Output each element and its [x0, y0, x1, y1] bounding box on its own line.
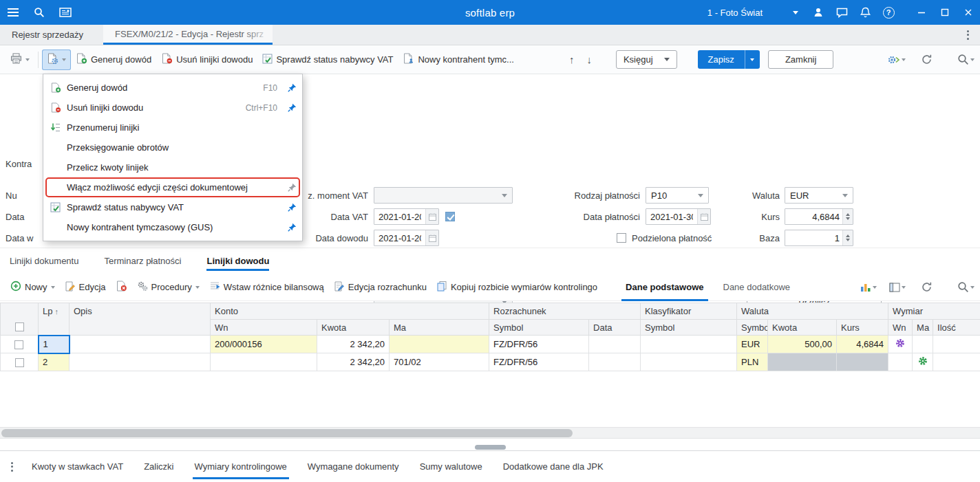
generate-document-button[interactable]: Generuj dowód: [71, 50, 156, 70]
header-group-konto[interactable]: Konto: [211, 303, 489, 320]
data-vat-field[interactable]: [374, 208, 439, 225]
cell-konto-wn[interactable]: [211, 353, 317, 371]
header-opis[interactable]: Opis: [70, 303, 211, 336]
delete-row-button[interactable]: [111, 277, 132, 298]
cell-konto-wn[interactable]: 200/000156: [211, 336, 317, 353]
cell-lp[interactable]: 1: [39, 336, 70, 353]
spinner-icon[interactable]: [842, 230, 853, 245]
header-wal-kwota[interactable]: Kwota: [768, 320, 837, 336]
hamburger-menu-icon[interactable]: [0, 0, 26, 25]
ksieguj-button[interactable]: Księguj: [616, 50, 677, 69]
splitter-handle[interactable]: [475, 445, 506, 450]
header-group-rozrachunek[interactable]: Rozrachunek: [489, 303, 641, 320]
moment-vat-select[interactable]: [374, 187, 513, 204]
menu-item-generuj-dowod[interactable]: Generuj dowód F10: [43, 78, 302, 98]
chat-icon[interactable]: [830, 0, 853, 25]
pin-icon[interactable]: [284, 103, 297, 112]
cell-roz-symbol[interactable]: FZ/DFR/56: [489, 353, 589, 371]
kurs-field[interactable]: [785, 208, 853, 225]
row-checkbox[interactable]: [15, 358, 24, 367]
header-konto-wn[interactable]: Wn: [211, 320, 317, 336]
row-select-cell[interactable]: [1, 353, 39, 371]
cell-wal-symbol[interactable]: EUR: [737, 336, 768, 353]
cell-opis[interactable]: [70, 336, 211, 353]
pin-icon[interactable]: [284, 183, 297, 192]
tab-wymagane-dokumenty[interactable]: Wymagane dokumenty: [297, 451, 409, 482]
menu-item-przenumeruj[interactable]: Przenumeruj linijki: [43, 118, 302, 138]
refresh-icon[interactable]: [919, 280, 934, 294]
baza-field[interactable]: [785, 230, 853, 246]
move-down-button[interactable]: ↓: [580, 54, 598, 65]
zapisz-dropdown[interactable]: [745, 50, 760, 69]
close-button[interactable]: [957, 0, 980, 25]
tab-zaliczki[interactable]: Zaliczki: [134, 451, 184, 482]
search-icon[interactable]: [956, 52, 970, 67]
cell-wal-kurs[interactable]: 4,6844: [837, 336, 888, 353]
tab-dodatkowe-dane-jpk[interactable]: Dodatkowe dane dla JPK: [493, 451, 614, 482]
new-contractor-button[interactable]: Nowy kontrahent tymc...: [398, 50, 518, 70]
notifications-icon[interactable]: [853, 0, 877, 25]
tab-sumy-walutowe[interactable]: Sumy walutowe: [409, 451, 493, 482]
grid-row[interactable]: 1 200/000156 2 342,20 FZ/DFR/56 EUR 500,…: [1, 336, 980, 353]
help-icon[interactable]: ?: [877, 0, 900, 25]
cell-konto-ma[interactable]: [390, 336, 489, 353]
menu-item-wlacz-edycje-czesci-dokumentowej[interactable]: Włącz możliwość edycji części dokumentow…: [45, 177, 300, 197]
header-konto-ma[interactable]: Ma: [390, 320, 489, 336]
grid-row[interactable]: 2 2 342,20 701/02 FZ/DFR/56 PLN: [1, 353, 980, 371]
kopiuj-rozbicie-button[interactable]: Kopiuj rozbicie wymiarów kontrolingo: [432, 277, 602, 298]
company-selector[interactable]: 1 - Foto Świat: [707, 8, 798, 18]
cell-roz-data[interactable]: [589, 353, 641, 371]
header-konto-kwota[interactable]: Kwota: [317, 320, 390, 336]
nowy-button[interactable]: Nowy: [6, 277, 60, 298]
data-dowodu-input[interactable]: [374, 230, 425, 245]
menu-item-sprawdz-status-vat[interactable]: Sprawdź status nabywcy VAT: [43, 197, 302, 217]
user-icon[interactable]: [807, 0, 830, 25]
cell-roz-data[interactable]: [589, 336, 641, 353]
header-group-wymiar[interactable]: Wymiar: [888, 303, 980, 320]
pin-icon[interactable]: [284, 203, 297, 212]
cell-wym-ma[interactable]: [913, 353, 933, 371]
data-platnosci-input[interactable]: [646, 209, 697, 224]
tab-wymiary-kontrolingowe[interactable]: Wymiary kontrolingowe: [184, 451, 297, 482]
tab-dane-podstawowe[interactable]: Dane podstawowe: [616, 274, 713, 301]
cell-wal-kurs[interactable]: [837, 353, 888, 371]
edycja-button[interactable]: Edycja: [60, 277, 111, 298]
procedury-button[interactable]: Procedury: [132, 277, 204, 298]
cell-wym-ilosc[interactable]: [933, 336, 980, 353]
header-wym-wn[interactable]: Wn: [888, 320, 913, 336]
edycja-rozrachunku-button[interactable]: Edycja rozrachunku: [329, 277, 432, 298]
row-checkbox[interactable]: [14, 340, 23, 349]
calendar-icon[interactable]: [425, 230, 438, 245]
podzielona-platnosc-checkbox[interactable]: [617, 233, 626, 243]
tab-rejestr-sprzedazy[interactable]: Rejestr sprzedaży: [0, 25, 95, 45]
scrollbar-thumb[interactable]: [1, 429, 573, 437]
pin-icon[interactable]: [284, 83, 297, 92]
cell-konto-kwota[interactable]: 2 342,20: [317, 336, 390, 353]
refresh-icon[interactable]: [919, 52, 934, 67]
cell-wym-ilosc[interactable]: [933, 353, 980, 371]
spinner-icon[interactable]: [842, 209, 853, 224]
header-wal-kurs[interactable]: Kurs: [837, 320, 888, 336]
menu-item-nowy-kontrahent-gus[interactable]: Nowy kontrahent tymczasowy (GUS): [43, 217, 302, 237]
search-icon[interactable]: [956, 280, 970, 294]
header-wym-ma[interactable]: Ma: [913, 320, 933, 336]
print-button[interactable]: [6, 50, 34, 70]
menu-item-usun-linijki[interactable]: Usuń linijki dowodu Ctrl+F10: [43, 98, 302, 118]
data-vat-input[interactable]: [374, 209, 425, 224]
wstaw-roznice-button[interactable]: Wstaw różnice bilansową: [204, 277, 329, 298]
tab-dane-dodatkowe[interactable]: Dane dodatkowe: [714, 274, 800, 301]
header-group-waluta[interactable]: Waluta: [737, 303, 888, 320]
menu-item-przeksiegowanie[interactable]: Przeksięgowanie obrotów: [43, 138, 302, 157]
dimension-gear-icon[interactable]: [918, 358, 928, 368]
chart-icon[interactable]: [859, 281, 873, 294]
menu-item-przelicz-kwoty[interactable]: Przelicz kwoty linijek: [43, 157, 302, 177]
delete-lines-button[interactable]: Usuń linijki dowodu: [156, 50, 257, 70]
tab-linijki-dokumentu[interactable]: Linijki dokumentu: [10, 248, 78, 274]
header-group-klasyfikator[interactable]: Klasyfikator: [641, 303, 737, 320]
cell-wal-symbol[interactable]: PLN: [737, 353, 768, 371]
header-lp[interactable]: Lp↑: [39, 303, 70, 336]
tab-terminarz-platnosci[interactable]: Terminarz płatności: [104, 248, 181, 274]
data-vat-checkbox[interactable]: [445, 212, 455, 221]
header-wym-ilosc[interactable]: Ilość: [933, 320, 980, 336]
cell-roz-symbol[interactable]: FZ/DFR/56: [489, 336, 589, 353]
